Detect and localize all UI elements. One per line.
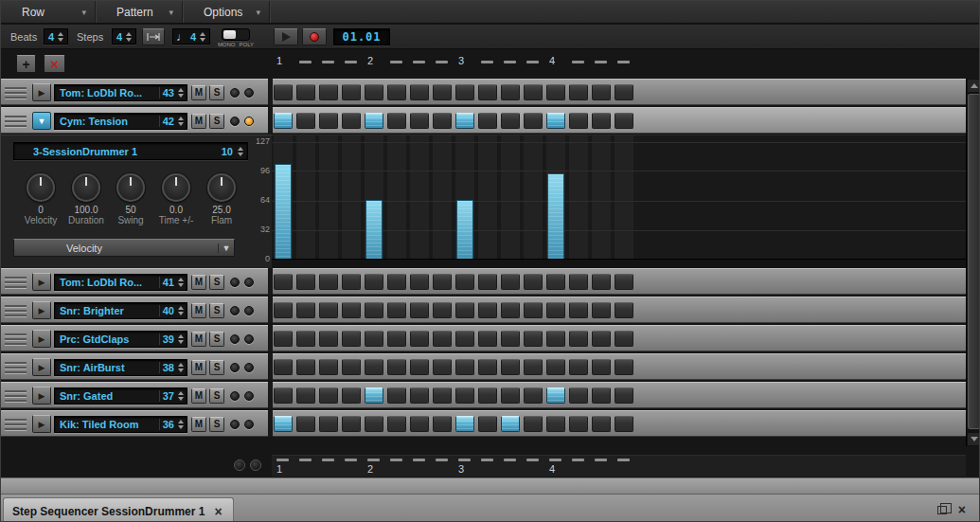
solo-button[interactable]: S bbox=[209, 360, 224, 375]
velocity-bar[interactable] bbox=[456, 200, 473, 259]
drag-handle-icon[interactable] bbox=[5, 333, 27, 346]
stepper-down-icon[interactable] bbox=[178, 283, 184, 287]
step-cell[interactable] bbox=[387, 113, 406, 129]
drag-handle-icon[interactable] bbox=[5, 277, 27, 289]
solo-button[interactable]: S bbox=[209, 303, 224, 318]
step-cell[interactable] bbox=[296, 302, 315, 318]
step-cell[interactable] bbox=[455, 302, 474, 318]
knob-dial[interactable] bbox=[116, 173, 145, 202]
step-cell[interactable] bbox=[501, 416, 520, 432]
step-cell[interactable] bbox=[455, 387, 474, 404]
step-cell[interactable] bbox=[615, 113, 633, 129]
mute-button[interactable]: M bbox=[191, 417, 206, 432]
horizontal-scrollbar[interactable] bbox=[1, 477, 980, 494]
stepper-up-icon[interactable] bbox=[200, 32, 205, 36]
velocity-bar[interactable] bbox=[275, 164, 292, 259]
drag-handle-icon[interactable] bbox=[5, 87, 27, 99]
scrollbar-thumb[interactable] bbox=[968, 94, 980, 429]
step-cell[interactable] bbox=[296, 113, 315, 129]
stepper-down-icon[interactable] bbox=[178, 425, 184, 429]
step-cell[interactable] bbox=[274, 416, 293, 432]
step-cell[interactable] bbox=[592, 113, 611, 129]
note-stepper[interactable] bbox=[177, 363, 185, 372]
collapse-button[interactable]: ▼ bbox=[32, 112, 51, 130]
step-cell[interactable] bbox=[524, 387, 543, 404]
preset-stepper[interactable] bbox=[237, 147, 244, 156]
mute-button[interactable]: M bbox=[191, 303, 206, 318]
stepper-down-icon[interactable] bbox=[178, 122, 184, 126]
solo-button[interactable]: S bbox=[209, 388, 224, 404]
step-cell[interactable] bbox=[387, 274, 406, 290]
menu-options[interactable]: Options▾ bbox=[183, 1, 270, 23]
step-cell[interactable] bbox=[615, 359, 633, 375]
step-cell[interactable] bbox=[569, 387, 588, 404]
stepper-up-icon[interactable] bbox=[178, 334, 184, 338]
scroll-up-button[interactable] bbox=[968, 80, 980, 92]
led-indicator-1[interactable] bbox=[230, 278, 240, 287]
step-cell[interactable] bbox=[365, 331, 383, 347]
step-cell[interactable] bbox=[365, 416, 383, 432]
solo-button[interactable]: S bbox=[209, 275, 224, 290]
step-cell[interactable] bbox=[274, 274, 293, 290]
stepper-up-icon[interactable] bbox=[178, 363, 184, 367]
stepper-up-icon[interactable] bbox=[178, 391, 184, 395]
scroll-down-button[interactable] bbox=[968, 433, 980, 445]
step-cell[interactable] bbox=[615, 416, 633, 432]
step-cell[interactable] bbox=[365, 113, 383, 129]
tab-close-icon[interactable]: × bbox=[214, 505, 222, 518]
step-cell[interactable] bbox=[546, 84, 565, 100]
step-cell[interactable] bbox=[615, 387, 633, 404]
led-indicator-1[interactable] bbox=[230, 88, 240, 98]
delete-row-button[interactable]: × bbox=[44, 55, 65, 73]
velocity-chart[interactable] bbox=[272, 135, 966, 268]
step-cell[interactable] bbox=[524, 113, 543, 129]
solo-button[interactable]: S bbox=[209, 114, 224, 129]
velocity-bar[interactable] bbox=[365, 200, 383, 259]
step-cell[interactable] bbox=[319, 113, 338, 129]
track-name-box[interactable]: Snr: Brighter40 bbox=[54, 302, 187, 319]
preview-button[interactable]: ▶ bbox=[32, 301, 51, 319]
step-cell[interactable] bbox=[501, 302, 520, 318]
step-cell[interactable] bbox=[365, 84, 383, 100]
step-cell[interactable] bbox=[387, 416, 406, 432]
step-cell[interactable] bbox=[478, 359, 497, 375]
step-cell[interactable] bbox=[546, 387, 565, 404]
step-cell[interactable] bbox=[524, 274, 543, 290]
led-indicator-2[interactable] bbox=[244, 334, 254, 344]
step-cell[interactable] bbox=[546, 416, 565, 432]
mute-button[interactable]: M bbox=[191, 275, 206, 290]
rocker-switch-icon[interactable] bbox=[222, 28, 250, 41]
knob-dial[interactable] bbox=[162, 173, 190, 202]
preview-button[interactable]: ▶ bbox=[32, 83, 51, 101]
step-cell[interactable] bbox=[433, 387, 452, 404]
stepper-down-icon[interactable] bbox=[58, 38, 63, 42]
step-cell[interactable] bbox=[433, 331, 452, 347]
step-cell[interactable] bbox=[524, 84, 543, 100]
step-cell[interactable] bbox=[387, 387, 406, 404]
drag-handle-icon[interactable] bbox=[5, 305, 27, 317]
beats-stepper-arrows[interactable] bbox=[57, 32, 64, 42]
step-cell[interactable] bbox=[478, 274, 497, 290]
menu-pattern[interactable]: Pattern▾ bbox=[96, 1, 183, 23]
step-cell[interactable] bbox=[342, 416, 361, 432]
drag-handle-icon[interactable] bbox=[5, 390, 27, 403]
step-cell[interactable] bbox=[274, 387, 293, 404]
step-cell[interactable] bbox=[296, 359, 315, 375]
step-cell[interactable] bbox=[524, 416, 543, 432]
step-cell[interactable] bbox=[410, 113, 429, 129]
step-cell[interactable] bbox=[410, 302, 429, 318]
step-cell[interactable] bbox=[455, 274, 474, 290]
step-cell[interactable] bbox=[455, 84, 474, 100]
record-button[interactable] bbox=[302, 28, 327, 45]
stepper-down-icon[interactable] bbox=[178, 312, 184, 315]
led-indicator-2[interactable] bbox=[244, 420, 254, 429]
stepper-down-icon[interactable] bbox=[178, 369, 184, 372]
preview-button[interactable]: ▶ bbox=[32, 415, 51, 433]
step-cell[interactable] bbox=[615, 302, 633, 318]
stepper-down-icon[interactable] bbox=[126, 38, 132, 42]
stepper-down-icon[interactable] bbox=[200, 38, 205, 42]
note-stepper[interactable] bbox=[177, 334, 185, 344]
stepper-up-icon[interactable] bbox=[178, 278, 184, 281]
step-cell[interactable] bbox=[478, 331, 497, 347]
step-cell[interactable] bbox=[546, 302, 565, 318]
